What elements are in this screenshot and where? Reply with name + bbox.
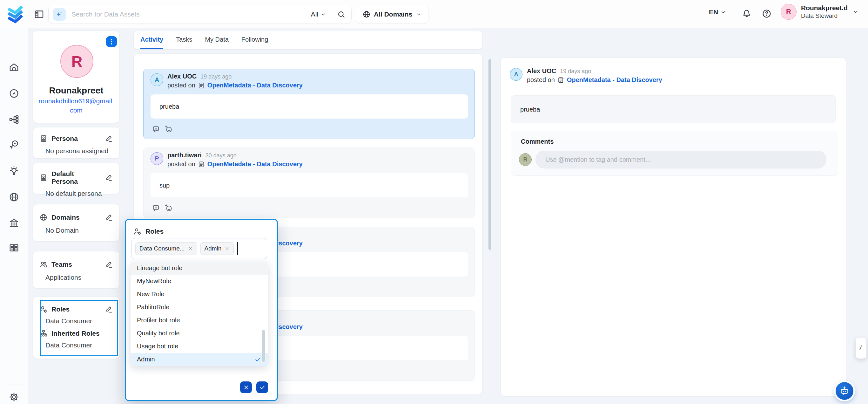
selected-role-chip[interactable]: Data Consume... [135, 242, 197, 255]
govern-icon[interactable] [8, 218, 19, 229]
role-option[interactable]: Profiler bot role [130, 314, 268, 327]
search-scope-dropdown[interactable]: All [307, 10, 331, 18]
role-option[interactable]: New Role [130, 288, 268, 301]
feed-scrollbar[interactable] [489, 59, 491, 250]
openmetadata-logo-icon[interactable] [5, 4, 25, 24]
selected-role-chip[interactable]: Admin [200, 242, 234, 255]
role-option-selected[interactable]: Admin [130, 353, 268, 366]
domain-filter-dropdown[interactable]: All Domains [356, 5, 429, 24]
data-quality-icon[interactable] [8, 139, 19, 150]
domains-card: Domains No Domain [33, 204, 120, 241]
domain-filter-label: All Domains [374, 10, 412, 18]
edit-domains-icon[interactable] [105, 213, 113, 222]
role-option[interactable]: PablitoRole [130, 301, 268, 314]
chatbot-fab-button[interactable] [836, 382, 854, 400]
chip-label: Admin [205, 245, 222, 252]
inherited-roles-label: Inherited Roles [52, 329, 113, 337]
roles-icon [39, 305, 48, 313]
profile-card: R Rounakpreet rounakdhillon619@gmail.com [33, 30, 120, 123]
dropdown-scrollbar[interactable] [262, 330, 265, 362]
language-label: EN [709, 8, 718, 16]
default-persona-card: Default Persona No default persona [33, 163, 120, 194]
observability-icon[interactable] [8, 114, 19, 125]
home-icon[interactable] [8, 62, 19, 73]
post-target-link[interactable]: OpenMetadata - Data Discovery [207, 82, 303, 89]
post-body: sup [151, 173, 468, 197]
document-icon [198, 161, 205, 168]
search-scope-label: All [311, 10, 318, 18]
confirm-button[interactable] [256, 381, 268, 393]
cancel-button[interactable] [240, 381, 252, 393]
roles-multiselect-input[interactable]: Data Consume... Admin [131, 238, 267, 259]
roles-edit-popup: Roles Data Consume... Admin Lineage bot … [125, 219, 278, 401]
teams-value: Applications [37, 274, 119, 281]
profile-tabs: Activity Tasks My Data Following [133, 31, 482, 49]
domains-icon [39, 213, 48, 222]
post-timestamp: 19 days ago [200, 74, 231, 80]
comments-title: Comments [521, 138, 554, 145]
comment-avatar: R [519, 153, 532, 166]
post-target-link[interactable]: OpenMetadata - Data Discovery [567, 76, 662, 84]
add-reaction-icon[interactable] [164, 204, 173, 212]
domains-icon[interactable] [8, 192, 19, 202]
inherited-roles-value: Data Consumer [37, 341, 119, 349]
edit-roles-icon[interactable] [105, 305, 113, 313]
edit-persona-icon[interactable] [105, 135, 113, 143]
collapsed-panel-handle[interactable] [856, 338, 866, 358]
document-icon [557, 77, 564, 84]
edit-teams-icon[interactable] [105, 260, 113, 268]
role-option[interactable]: Usage bot role [130, 340, 268, 353]
tab-my-data[interactable]: My Data [205, 31, 228, 49]
language-selector[interactable]: EN [709, 8, 726, 16]
post-author: parth.tiwari [167, 152, 202, 159]
tab-tasks[interactable]: Tasks [176, 31, 192, 49]
search-input[interactable] [71, 10, 307, 19]
roles-label: Roles [52, 306, 101, 313]
edit-default-persona-icon[interactable] [105, 174, 113, 182]
role-option[interactable]: Lineage bot role [130, 262, 268, 275]
role-option[interactable]: MyNewRole [130, 275, 268, 288]
post-avatar: P [151, 152, 163, 165]
tab-activity[interactable]: Activity [141, 31, 163, 49]
post-target-link[interactable]: OpenMetadata - Data Discovery [207, 161, 303, 168]
tab-following[interactable]: Following [241, 31, 268, 49]
post-timestamp: 30 days ago [206, 152, 237, 159]
explore-icon[interactable] [8, 88, 19, 99]
role-option[interactable]: Quality bot role [130, 327, 268, 340]
sidebar-toggle-icon[interactable] [34, 9, 44, 20]
remove-chip-icon[interactable] [188, 246, 193, 251]
comment-input[interactable] [535, 151, 827, 169]
notifications-bell-icon[interactable] [742, 8, 752, 19]
search-submit-icon[interactable] [331, 10, 351, 19]
help-icon[interactable] [762, 8, 772, 19]
teams-icon [39, 260, 48, 268]
roles-dropdown-list: Lineage bot role MyNewRole New Role Pabl… [130, 262, 268, 366]
post-author: Alex UOC [527, 67, 556, 75]
insights-icon[interactable] [8, 166, 19, 176]
settings-icon[interactable] [8, 392, 19, 402]
remove-chip-icon[interactable] [224, 246, 229, 251]
ai-sparkle-icon[interactable] [53, 8, 66, 21]
post-avatar: A [510, 68, 523, 81]
post-detail-panel: A Alex UOC 19 days ago posted on OpenMet… [500, 58, 846, 396]
feed-post[interactable]: A Alex UOC 19 days ago posted on OpenMet… [143, 69, 475, 139]
default-persona-label: Default Persona [52, 170, 101, 185]
global-search-bar[interactable]: All [48, 5, 351, 24]
profile-kebab-menu-button[interactable] [106, 36, 117, 47]
glossary-icon[interactable] [8, 242, 19, 253]
default-persona-icon [39, 174, 48, 182]
feed-post[interactable]: P parth.tiwari 30 days ago posted on Ope… [143, 147, 475, 218]
roles-card: Roles Data Consumer Inherited Roles Data… [33, 296, 120, 359]
chip-label: Data Consume... [140, 245, 185, 252]
user-menu[interactable]: R Rounakpreet.d Data Steward [781, 4, 859, 20]
add-reaction-icon[interactable] [164, 125, 173, 133]
persona-label: Persona [52, 135, 101, 142]
profile-email-link[interactable]: rounakdhillon619@gmail.com [37, 96, 115, 115]
top-navbar: All All Domains EN R Rounakpreet.d Data … [0, 0, 868, 28]
persona-card: Persona No persona assigned [33, 127, 120, 158]
reply-comment-icon[interactable] [152, 204, 160, 212]
user-name: Rounakpreet.d [801, 4, 848, 12]
selected-check-icon [254, 356, 261, 363]
post-body: prueba [151, 94, 468, 119]
reply-comment-icon[interactable] [152, 125, 160, 133]
